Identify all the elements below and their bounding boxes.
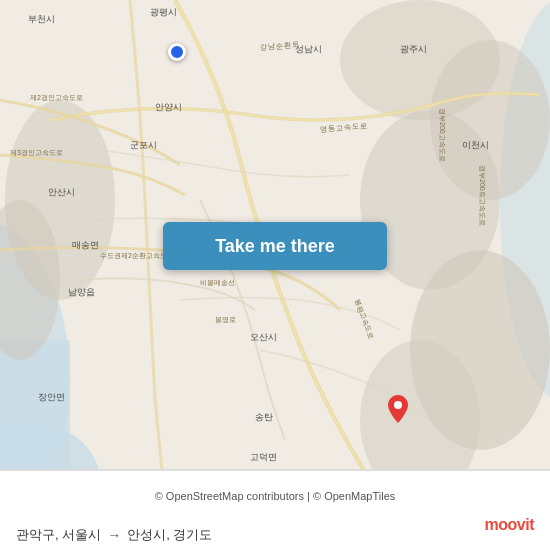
destination-marker [388, 395, 408, 423]
svg-text:군포시: 군포시 [130, 140, 157, 150]
svg-text:비봉메송선: 비봉메송선 [200, 279, 235, 287]
footer-bar: © OpenStreetMap contributors | © OpenMap… [0, 469, 550, 550]
take-me-there-button[interactable]: Take me there [163, 222, 387, 270]
svg-text:부천시: 부천시 [28, 14, 55, 24]
route-info-bar: 관악구, 서울시 → 안성시, 경기도 [0, 520, 550, 550]
svg-text:안산시: 안산시 [48, 187, 75, 197]
svg-text:제2경인고속도로: 제2경인고속도로 [30, 94, 83, 102]
svg-text:광주시: 광주시 [400, 44, 427, 54]
moovit-logo: moovit [485, 516, 534, 534]
svg-text:오산시: 오산시 [250, 332, 277, 342]
origin-label: 관악구, 서울시 [16, 526, 101, 544]
svg-text:송탄: 송탄 [255, 412, 273, 422]
attribution-bar: © OpenStreetMap contributors | © OpenMap… [0, 470, 550, 520]
svg-text:남양읍: 남양읍 [68, 287, 95, 297]
svg-text:고덕면: 고덕면 [250, 452, 277, 462]
svg-text:안양시: 안양시 [155, 102, 182, 112]
svg-text:이천시: 이천시 [462, 140, 489, 150]
svg-text:광평시: 광평시 [150, 7, 177, 17]
svg-text:제3경인고속도로: 제3경인고속도로 [10, 149, 63, 157]
svg-text:봉영로: 봉영로 [215, 316, 236, 324]
svg-point-36 [394, 401, 402, 409]
svg-text:경부200고속도로: 경부200고속도로 [438, 108, 446, 162]
svg-text:장안면: 장안면 [38, 392, 65, 402]
attribution-text: © OpenStreetMap contributors | © OpenMap… [155, 490, 396, 502]
map-container: 부천시 광평시 성남시 광주시 안양시 군포시 안산시 이천시 매송면 남양읍 … [0, 0, 550, 500]
svg-text:경부200트고속도로: 경부200트고속도로 [478, 165, 486, 226]
origin-marker [168, 43, 186, 61]
arrow-icon: → [107, 527, 121, 543]
destination-label: 안성시, 경기도 [127, 526, 212, 544]
svg-text:매송면: 매송면 [72, 240, 99, 250]
